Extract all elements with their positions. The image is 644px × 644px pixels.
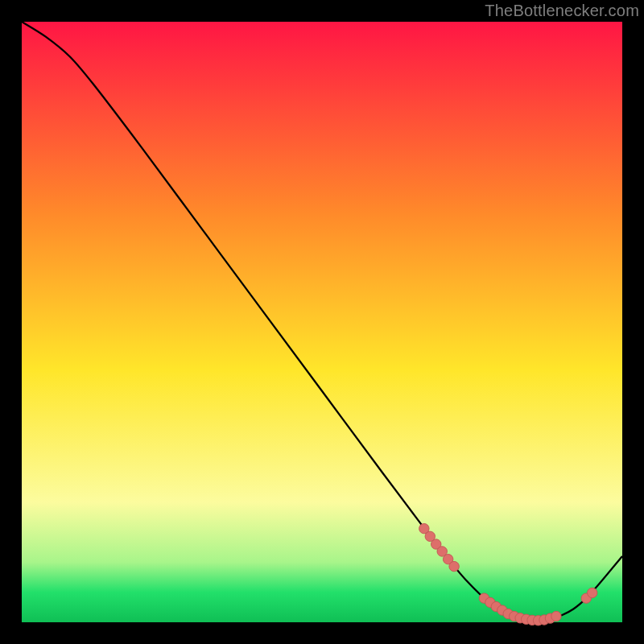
- attribution-text: TheBottlenecker.com: [485, 2, 639, 20]
- data-marker: [551, 611, 561, 621]
- data-marker: [588, 588, 597, 597]
- data-marker: [449, 561, 459, 571]
- bottleneck-chart: [0, 0, 644, 644]
- plot-gradient-area: [22, 22, 622, 622]
